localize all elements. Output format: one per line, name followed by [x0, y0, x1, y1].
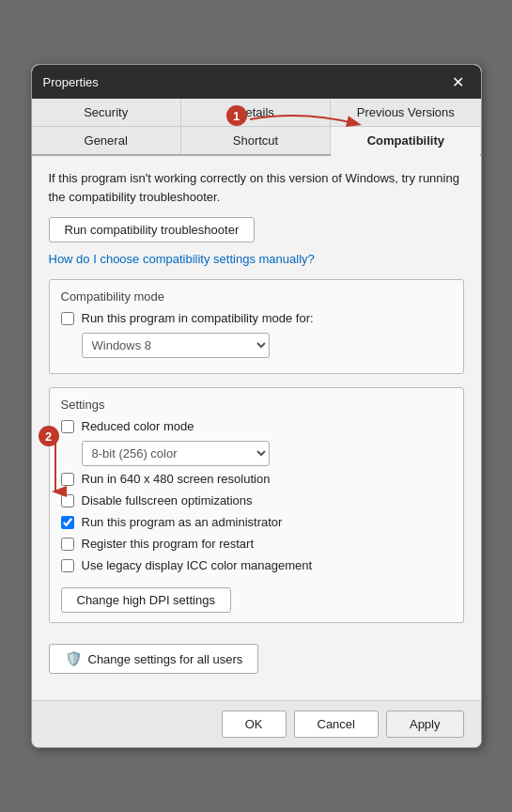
description-text: If this program isn't working correctly … — [49, 169, 464, 206]
color-dropdown-row: 8-bit (256) color 16-bit color — [82, 441, 452, 466]
apply-button[interactable]: Apply — [386, 710, 464, 738]
tabs-row-1: Security Details Previous Versions — [32, 99, 481, 127]
run-640-checkbox[interactable] — [61, 473, 74, 486]
register-restart-checkbox[interactable] — [61, 538, 74, 551]
reduced-color-label: Reduced color mode — [82, 419, 194, 433]
change-settings-label: Change settings for all users — [88, 652, 243, 666]
legacy-icc-row: Use legacy display ICC color management — [61, 558, 452, 572]
disable-fullscreen-label: Disable fullscreen optimizations — [82, 493, 253, 508]
tab-previous-versions[interactable]: Previous Versions — [331, 99, 480, 126]
settings-label: Settings — [61, 398, 452, 412]
close-button[interactable]: ✕ — [447, 70, 470, 93]
run-troubleshooter-button[interactable]: Run compatibility troubleshooter — [49, 217, 256, 242]
window-title: Properties — [43, 75, 99, 89]
run-admin-label: Run this program as an administrator — [82, 515, 283, 529]
ok-button[interactable]: OK — [222, 710, 287, 738]
disable-fullscreen-checkbox[interactable] — [61, 494, 74, 508]
compat-mode-dropdown[interactable]: Windows 8 Windows 7 Windows XP (Service … — [82, 333, 270, 358]
legacy-icc-checkbox[interactable] — [61, 559, 74, 572]
footer-buttons: OK Cancel Apply — [32, 700, 481, 747]
tab-shortcut[interactable]: Shortcut — [181, 127, 331, 154]
register-restart-row: Register this program for restart — [61, 537, 452, 551]
reduced-color-checkbox[interactable] — [61, 420, 74, 433]
tab-general[interactable]: General — [32, 127, 181, 154]
reduced-color-row: Reduced color mode — [61, 419, 452, 433]
change-settings-all-users-button[interactable]: 🛡️ Change settings for all users — [49, 644, 259, 674]
register-restart-label: Register this program for restart — [82, 537, 255, 551]
compat-mode-dropdown-row: Windows 8 Windows 7 Windows XP (Service … — [82, 333, 452, 358]
settings-section: Settings Reduced color mode 8-bit (256) … — [49, 387, 464, 623]
tab-compatibility[interactable]: Compatibility — [331, 127, 480, 156]
run-640-row: Run in 640 x 480 screen resolution — [61, 472, 452, 486]
tabs-row-2: General Shortcut Compatibility — [32, 127, 481, 156]
run-admin-checkbox[interactable] — [61, 516, 74, 529]
compatibility-mode-section: Compatibility mode Run this program in c… — [49, 279, 464, 374]
tab-details[interactable]: Details — [181, 99, 331, 126]
legacy-icc-label: Use legacy display ICC color management — [82, 558, 313, 572]
title-bar: Properties ✕ — [32, 65, 481, 99]
change-settings-row: 🛡️ Change settings for all users — [49, 636, 464, 674]
manual-settings-link[interactable]: How do I choose compatibility settings m… — [49, 252, 464, 266]
compat-mode-checkbox-label: Run this program in compatibility mode f… — [82, 311, 314, 325]
cancel-button[interactable]: Cancel — [294, 710, 379, 738]
run-admin-row: Run this program as an administrator — [61, 515, 452, 529]
color-depth-dropdown[interactable]: 8-bit (256) color 16-bit color — [82, 441, 270, 466]
compat-mode-checkbox[interactable] — [61, 312, 74, 325]
change-dpi-button[interactable]: Change high DPI settings — [61, 587, 231, 613]
compatibility-mode-label: Compatibility mode — [61, 289, 452, 304]
content-area: If this program isn't working correctly … — [32, 156, 481, 700]
disable-fullscreen-row: Disable fullscreen optimizations — [61, 493, 452, 508]
shield-icon: 🛡️ — [65, 650, 83, 667]
compat-mode-checkbox-row: Run this program in compatibility mode f… — [61, 311, 452, 325]
run-640-label: Run in 640 x 480 screen resolution — [82, 472, 271, 486]
tab-security[interactable]: Security — [32, 99, 181, 126]
